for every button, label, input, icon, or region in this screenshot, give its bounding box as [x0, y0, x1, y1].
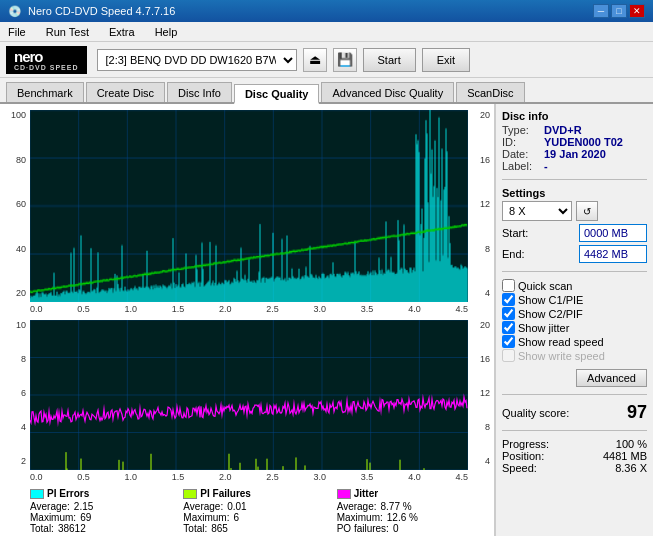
options-section: Quick scan Show C1/PIE Show C2/PIF Show …: [502, 279, 647, 363]
tab-create-disc[interactable]: Create Disc: [86, 82, 165, 102]
bot-y-left-10: 10: [4, 320, 26, 330]
pi-errors-avg-label: Average:: [30, 501, 70, 512]
show-write-speed-checkbox[interactable]: [502, 349, 515, 362]
show-c2-pif-checkbox[interactable]: [502, 307, 515, 320]
progress-label: Progress:: [502, 438, 549, 450]
show-c2-pif-label: Show C2/PIF: [518, 308, 583, 320]
drive-select[interactable]: [2:3] BENQ DVD DD DW1620 B7W9: [97, 49, 297, 71]
exit-button[interactable]: Exit: [422, 48, 470, 72]
top-y-left-20: 20: [4, 288, 26, 298]
bot-y-right-16: 16: [470, 354, 490, 364]
side-panel: Disc info Type: DVD+R ID: YUDEN000 T02 D…: [495, 104, 653, 536]
top-y-right-8: 8: [470, 244, 490, 254]
show-jitter-checkbox[interactable]: [502, 321, 515, 334]
tab-benchmark[interactable]: Benchmark: [6, 82, 84, 102]
bot-y-left-6: 6: [4, 388, 26, 398]
tab-scan-disc[interactable]: ScanDisc: [456, 82, 524, 102]
bot-y-left-8: 8: [4, 354, 26, 364]
start-button[interactable]: Start: [363, 48, 416, 72]
speed-value: 8.36 X: [615, 462, 647, 474]
show-write-speed-label: Show write speed: [518, 350, 605, 362]
quality-score-row: Quality score: 97: [502, 402, 647, 423]
refresh-button[interactable]: ↺: [576, 201, 598, 221]
bottom-chart-canvas: [30, 320, 468, 470]
window-controls[interactable]: ─ □ ✕: [593, 4, 645, 18]
menu-extra[interactable]: Extra: [105, 24, 139, 40]
tab-advanced-disc-quality[interactable]: Advanced Disc Quality: [321, 82, 454, 102]
id-value: YUDEN000 T02: [544, 136, 623, 148]
jitter-label: Jitter: [354, 488, 378, 499]
save-button[interactable]: 💾: [333, 48, 357, 72]
top-y-right-4: 4: [470, 288, 490, 298]
close-button[interactable]: ✕: [629, 4, 645, 18]
disc-info-title: Disc info: [502, 110, 647, 122]
jitter-color: [337, 489, 351, 499]
app-icon: 💿: [8, 5, 22, 18]
id-label: ID:: [502, 136, 540, 148]
quality-score-label: Quality score:: [502, 407, 569, 419]
tab-bar: Benchmark Create Disc Disc Info Disc Qua…: [0, 78, 653, 104]
top-y-left-40: 40: [4, 244, 26, 254]
type-label: Type:: [502, 124, 540, 136]
quick-scan-checkbox[interactable]: [502, 279, 515, 292]
chart-area: 100 80 60 40 20 20 16 12 8 4 0.0 0.5: [0, 104, 495, 536]
menu-run-test[interactable]: Run Test: [42, 24, 93, 40]
legend-jitter: Jitter Average: 8.77 % Maximum: 12.6 % P…: [337, 488, 490, 534]
title-bar: 💿 Nero CD-DVD Speed 4.7.7.16 ─ □ ✕: [0, 0, 653, 22]
show-read-speed-label: Show read speed: [518, 336, 604, 348]
menu-help[interactable]: Help: [151, 24, 182, 40]
quick-scan-label: Quick scan: [518, 280, 572, 292]
pi-errors-avg-value: 2.15: [74, 501, 93, 512]
show-read-speed-checkbox[interactable]: [502, 335, 515, 348]
end-mb-input[interactable]: [579, 245, 647, 263]
show-jitter-label: Show jitter: [518, 322, 569, 334]
speed-select[interactable]: 8 X: [502, 201, 572, 221]
main-content: 100 80 60 40 20 20 16 12 8 4 0.0 0.5: [0, 104, 653, 536]
disc-label-label: Label:: [502, 160, 540, 172]
top-y-left-100: 100: [4, 110, 26, 120]
minimize-button[interactable]: ─: [593, 4, 609, 18]
pi-errors-label: PI Errors: [47, 488, 89, 499]
end-mb-label: End:: [502, 248, 525, 260]
pi-errors-stats: Average: 2.15: [30, 501, 183, 512]
bot-y-right-12: 12: [470, 388, 490, 398]
pi-failures-label: PI Failures: [200, 488, 251, 499]
show-c1-pie-label: Show C1/PIE: [518, 294, 583, 306]
start-mb-input[interactable]: [579, 224, 647, 242]
top-x-axis: 0.0 0.5 1.0 1.5 2.0 2.5 3.0 3.5 4.0 4.5: [30, 302, 468, 316]
toolbar: nero CD·DVD SPEED [2:3] BENQ DVD DD DW16…: [0, 42, 653, 78]
top-y-right-20: 20: [470, 110, 490, 120]
menu-bar: File Run Test Extra Help: [0, 22, 653, 42]
settings-title: Settings: [502, 187, 647, 199]
tab-disc-info[interactable]: Disc Info: [167, 82, 232, 102]
divider-1: [502, 179, 647, 180]
top-chart-canvas: [30, 110, 468, 302]
settings-section: Settings 8 X ↺ Start: End:: [502, 187, 647, 264]
position-label: Position:: [502, 450, 544, 462]
date-label: Date:: [502, 148, 540, 160]
progress-section: Progress: 100 % Position: 4481 MB Speed:…: [502, 438, 647, 474]
top-y-right-16: 16: [470, 155, 490, 165]
top-y-left-80: 80: [4, 155, 26, 165]
pi-errors-max-value: 69: [80, 512, 91, 523]
quality-score-value: 97: [627, 402, 647, 423]
disc-label-value: -: [544, 160, 548, 172]
bot-y-right-8: 8: [470, 422, 490, 432]
advanced-button[interactable]: Advanced: [576, 369, 647, 387]
menu-file[interactable]: File: [4, 24, 30, 40]
disc-info-section: Disc info Type: DVD+R ID: YUDEN000 T02 D…: [502, 110, 647, 172]
bot-y-left-4: 4: [4, 422, 26, 432]
top-y-left-60: 60: [4, 199, 26, 209]
show-c1-pie-checkbox[interactable]: [502, 293, 515, 306]
speed-label: Speed:: [502, 462, 537, 474]
pi-errors-max-label: Maximum:: [30, 512, 76, 523]
bot-y-right-4: 4: [470, 456, 490, 466]
maximize-button[interactable]: □: [611, 4, 627, 18]
window-title: Nero CD-DVD Speed 4.7.7.16: [28, 5, 175, 17]
pi-errors-total-label: Total:: [30, 523, 54, 534]
tab-disc-quality[interactable]: Disc Quality: [234, 84, 320, 104]
bot-y-left-2: 2: [4, 456, 26, 466]
eject-button[interactable]: ⏏: [303, 48, 327, 72]
divider-2: [502, 271, 647, 272]
top-y-right-12: 12: [470, 199, 490, 209]
